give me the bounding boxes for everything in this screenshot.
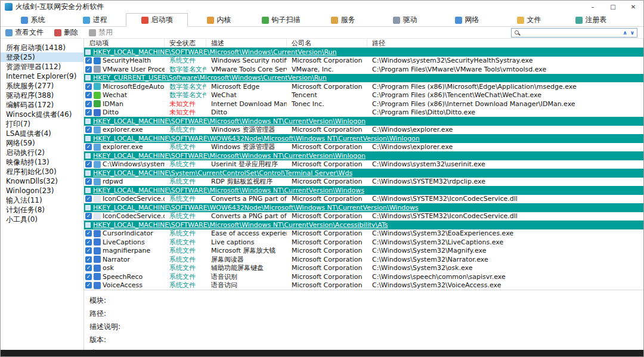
sidebar-item[interactable]: 计划任务(8) <box>1 205 83 215</box>
sidebar-item[interactable]: Internet Explorer(9) <box>1 72 83 81</box>
tab-kernel[interactable]: 内核 <box>188 14 250 26</box>
group-row[interactable]: HKEY_LOCAL_MACHINE\SOFTWARE\Microsoft\Wi… <box>84 221 643 229</box>
table-row[interactable]: ✓VMware User Process数字签名文件VMware Tools C… <box>84 65 643 74</box>
column-header[interactable]: 公司名 <box>287 39 367 47</box>
column-header[interactable]: 启动项 <box>84 39 165 47</box>
group-row[interactable]: HKEY_LOCAL_MACHINE\SOFTWARE\WOW6432Node\… <box>84 134 643 143</box>
checkbox[interactable]: ✓ <box>85 101 92 107</box>
tab-driver[interactable]: 驱动 <box>374 14 436 26</box>
table-row[interactable]: ✓IconCodecService.dll系统文件Converts a PNG … <box>84 195 643 204</box>
sidebar-item[interactable]: 资源管理器(112) <box>1 62 83 72</box>
table-row[interactable]: ✓magnifierpane系统文件Microsoft 屏幕放大镜Microso… <box>84 247 643 256</box>
sidebar-item[interactable]: 打印(7) <box>1 119 83 129</box>
tab-system[interactable]: 系统 <box>2 14 64 26</box>
sidebar-item[interactable]: 驱动程序(388) <box>1 91 83 100</box>
sidebar-item[interactable]: 程序初始化(30) <box>1 167 83 176</box>
tab-network[interactable]: 网络 <box>436 14 498 26</box>
checkbox[interactable]: ✓ <box>85 109 92 116</box>
checkbox[interactable]: ✓ <box>85 230 92 237</box>
group-row[interactable]: HKEY_LOCAL_MACHINE\SOFTWARE\Microsoft\Wi… <box>84 117 643 126</box>
table-row[interactable]: ✓IconCodecService.dll系统文件Converts a PNG … <box>84 212 643 221</box>
tab-hook-scan[interactable]: 钩子扫描 <box>250 14 312 26</box>
group-row[interactable]: HKEY_CURRENT_USER\Software\Microsoft\Win… <box>84 74 643 83</box>
checkbox[interactable]: ✓ <box>85 265 92 271</box>
sidebar-item[interactable]: 输入法(11) <box>1 195 83 205</box>
checkbox[interactable]: ✓ <box>85 282 92 288</box>
security-status: 系统文件 <box>165 212 206 221</box>
checkbox[interactable]: ✓ <box>85 178 92 185</box>
sidebar-item[interactable]: KnownDlls(32) <box>1 176 83 186</box>
group-path: HKEY_LOCAL_MACHINE\SOFTWARE\Microsoft\Wi… <box>93 48 337 56</box>
file-path: C:\Windows\System32\LiveCaptions.exe <box>367 238 643 246</box>
delete-button[interactable]: 删除 <box>54 27 78 38</box>
search-prev-icon[interactable]: ∧ <box>622 30 627 36</box>
group-row[interactable]: HKEY_LOCAL_MACHINE\SOFTWARE\Microsoft\Wi… <box>84 151 643 160</box>
checkbox[interactable]: ✓ <box>85 247 92 254</box>
sidebar-item[interactable]: 所有启动项(1418) <box>1 43 83 52</box>
checkbox[interactable]: ✓ <box>85 256 92 263</box>
table-row[interactable]: ✓CursorIndicator系统文件Ease of access exper… <box>84 229 643 238</box>
startup-item-cell: ✓VoiceAccess <box>84 281 165 289</box>
sidebar-item[interactable]: 网络(59) <box>1 138 83 148</box>
table-row[interactable]: ✓explorer.exe系统文件Windows 资源管理器Microsoft … <box>84 126 643 135</box>
checkbox[interactable]: ✓ <box>85 195 92 202</box>
tab-startup[interactable]: 启动项 <box>126 13 188 27</box>
table-row[interactable]: ✓C:\Windows\system32...系统文件Userinit 登录应用… <box>84 160 643 169</box>
search-input[interactable] <box>521 29 620 36</box>
tab-registry[interactable]: 注册表 <box>560 14 622 26</box>
close-button[interactable]: ✕ <box>623 1 643 13</box>
checkbox[interactable]: ✓ <box>85 92 92 98</box>
table-row[interactable]: ✓explorer.exe系统文件Windows 资源管理器Microsoft … <box>84 143 643 152</box>
sidebar-item[interactable]: 系统服务(277) <box>1 81 83 91</box>
file-path: C:\Program Files (x86)\Internet Download… <box>367 100 643 108</box>
checkbox[interactable]: ✓ <box>85 57 92 64</box>
search-next-icon[interactable]: ∨ <box>630 30 635 36</box>
table-row[interactable]: ✓SpeechReco系统文件语音识别Microsoft Corporation… <box>84 272 643 281</box>
group-row[interactable]: HKEY_LOCAL_MACHINE\SOFTWARE\Microsoft\Wi… <box>84 48 643 57</box>
sidebar-item[interactable]: Winlogon(23) <box>1 186 83 195</box>
sidebar-item[interactable]: 映像劫持(13) <box>1 157 83 167</box>
table-row[interactable]: ✓Ditto未知文件DittoC:\Program Files\Ditto\Di… <box>84 108 643 117</box>
table-row[interactable]: ✓rdpwd系统文件RDP 剪贴板监视程序Microsoft Corporati… <box>84 178 643 187</box>
checkbox[interactable]: ✓ <box>85 126 92 133</box>
group-row[interactable]: HKEY_LOCAL_MACHINE\SOFTWARE\WOW6432Node\… <box>84 203 643 212</box>
rdp-icon <box>94 178 101 185</box>
checkbox[interactable]: ✓ <box>85 83 92 90</box>
startup-item-cell: ✓LiveCaptions <box>84 238 165 246</box>
checkbox[interactable]: ✓ <box>85 66 92 73</box>
sidebar-item[interactable]: 小工具(0) <box>1 215 83 224</box>
sidebar-item[interactable]: 登录(25) <box>1 52 83 62</box>
checkbox[interactable]: ✓ <box>85 239 92 246</box>
sidebar-item[interactable]: 编解码器(172) <box>1 100 83 110</box>
checkbox[interactable]: ✓ <box>85 274 92 280</box>
tab-file[interactable]: 文件 <box>498 14 560 26</box>
table-row[interactable]: ✓osk系统文件辅助功能屏幕键盘Microsoft CorporationC:\… <box>84 264 643 273</box>
group-row[interactable]: HKEY_LOCAL_MACHINE\System\CurrentControl… <box>84 169 643 178</box>
tab-process[interactable]: 进程 <box>64 14 126 26</box>
table-row[interactable]: ✓IDMan未知文件Internet Download Manager (ID.… <box>84 100 643 108</box>
table-row[interactable]: ✓VoiceAccess系统文件语音访问Microsoft Corporatio… <box>84 281 643 290</box>
view-file-button[interactable]: 查看文件 <box>5 27 44 38</box>
sidebar-item[interactable]: 启动执行(2) <box>1 148 83 157</box>
table-row[interactable]: ✓Wechat数字签名文件WeChatTencentC:\Program Fil… <box>84 91 643 100</box>
group-row[interactable]: HKEY_LOCAL_MACHINE\SOFTWARE\Microsoft\Wi… <box>84 186 643 195</box>
checkbox[interactable]: ✓ <box>85 213 92 219</box>
checkbox[interactable]: ✓ <box>85 161 92 167</box>
checkbox[interactable]: ✓ <box>85 144 92 150</box>
minimize-button[interactable]: – <box>583 1 603 13</box>
table-row[interactable]: ✓MicrosoftEdgeAutoLa...数字签名文件Microsoft E… <box>84 82 643 91</box>
column-header[interactable]: 描述 <box>206 39 287 47</box>
column-header[interactable]: 安全状态 <box>165 39 206 47</box>
table-row[interactable]: ✓Narrator系统文件屏幕阅读器Microsoft CorporationC… <box>84 255 643 264</box>
magnifier-app-icon <box>94 247 101 254</box>
table-row[interactable]: ✓LiveCaptions系统文件Live captionsMicrosoft … <box>84 238 643 247</box>
tab-service[interactable]: 服务 <box>312 14 374 26</box>
disable-button[interactable]: 禁用 <box>89 27 113 38</box>
sidebar-item[interactable]: LSA提供者(4) <box>1 129 83 138</box>
company-name: Microsoft Corporation <box>287 83 367 91</box>
sidebar-item[interactable]: Winsock提供者(46) <box>1 110 83 119</box>
toolbar-button-label: 删除 <box>64 27 78 38</box>
column-header[interactable]: 路径 <box>367 39 643 47</box>
table-row[interactable]: ✓SecurityHealth系统文件Windows Security noti… <box>84 57 643 66</box>
maximize-button[interactable]: □ <box>603 1 623 13</box>
